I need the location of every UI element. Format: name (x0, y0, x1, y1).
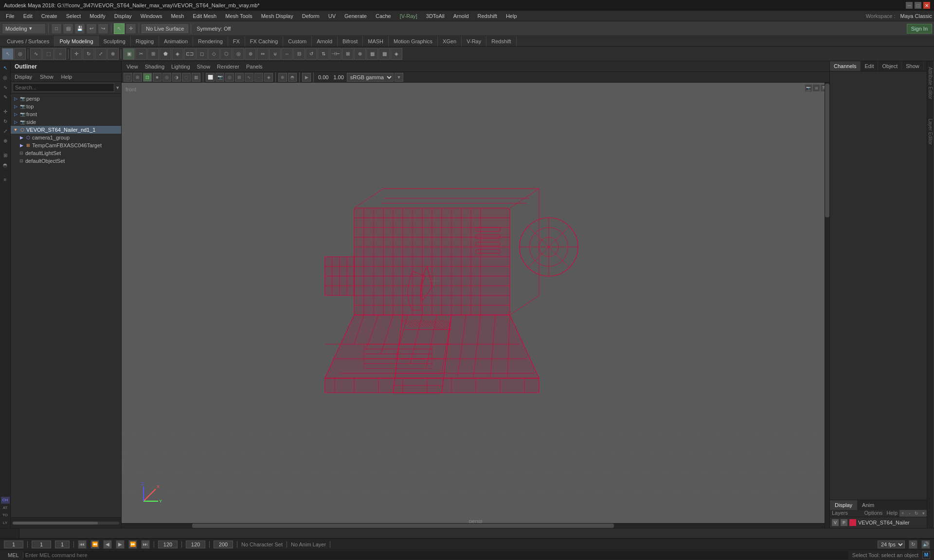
frame-indicator-input[interactable] (55, 541, 70, 548)
mirror-icon[interactable]: ⊣⊢ (330, 48, 341, 60)
select-icon[interactable]: ↖ (2, 48, 14, 60)
tree-item-tempcam[interactable]: ▶ ⊞ TempCamFBXASC046Target (11, 141, 121, 149)
attribute-editor-tab[interactable]: Attribute Editor Layer Editor (927, 61, 934, 528)
current-frame-input[interactable] (32, 541, 51, 548)
vp-texture-btn[interactable]: ▦ (192, 73, 200, 82)
relax-icon[interactable]: ⊛ (245, 48, 256, 60)
connect-icon[interactable]: ⊞ (147, 48, 159, 60)
refresh-icon[interactable]: ↻ (913, 510, 920, 517)
vp-camera-btn[interactable]: 📷 (216, 73, 224, 82)
open-btn[interactable]: ▤ (63, 23, 73, 34)
undo-btn[interactable]: ↩ (86, 23, 97, 34)
symmetrize-icon[interactable]: ⇔ (257, 48, 269, 60)
tab-rigging[interactable]: Rigging (131, 36, 159, 46)
vp-menu-renderer[interactable]: Renderer (214, 63, 242, 70)
tab-rendering[interactable]: Rendering (193, 36, 228, 46)
wedge-icon[interactable]: ⬡ (220, 48, 232, 60)
mesh-icon2[interactable]: ▩ (378, 48, 390, 60)
vp-snap-point-btn[interactable]: · (254, 73, 263, 82)
viewport-hscrollbar[interactable] (122, 523, 825, 528)
vp-xray-btn[interactable]: ◌ (182, 73, 191, 82)
vp-shade-btn[interactable]: ■ (153, 73, 162, 82)
search-input[interactable] (13, 83, 114, 92)
color-space-select[interactable]: sRGB gamma Linear (347, 73, 394, 82)
mesh-icon3[interactable]: ◈ (391, 48, 402, 60)
vp-shadow-btn[interactable]: ◑ (172, 73, 181, 82)
minimize-button[interactable]: ─ (906, 2, 913, 9)
circle-select-icon[interactable]: ○ (54, 48, 66, 60)
next-frame-btn[interactable]: ⏩ (128, 540, 137, 549)
menu-select[interactable]: Select (62, 12, 85, 20)
go-start-btn[interactable]: ⏮ (78, 540, 87, 549)
tab-arnold[interactable]: Arnold (312, 36, 338, 46)
universal-icon[interactable]: ⊕ (107, 48, 119, 60)
menu-mesh-display[interactable]: Mesh Display (257, 12, 297, 20)
move-tool-btn[interactable]: ✛ (126, 23, 136, 34)
timeline-area[interactable]: 1 5 10 20 30 40 50 60 70 80 90 100 110 1… (0, 528, 934, 539)
down-icon[interactable]: ▾ (920, 510, 927, 517)
vp-menu-panels[interactable]: Panels (243, 63, 266, 70)
rect-select-icon[interactable]: ⬚ (42, 48, 54, 60)
mesh-icon1[interactable]: ▦ (366, 48, 378, 60)
maximize-button[interactable]: □ (915, 2, 921, 9)
layer-render-toggle[interactable]: P (841, 519, 847, 526)
menu-mesh[interactable]: Mesh (167, 12, 188, 20)
tool-v-icon[interactable]: TO (1, 512, 10, 519)
poke-icon[interactable]: ◇ (208, 48, 220, 60)
timeline-track[interactable]: 1 5 10 20 30 40 50 60 70 80 90 100 110 1… (0, 538, 934, 539)
tree-item-persp[interactable]: ▷ 📷 persp (11, 95, 121, 103)
collapse-icon[interactable]: ⊠ (342, 48, 354, 60)
vp-menu-lighting[interactable]: Lighting (168, 63, 193, 70)
soft-v-icon[interactable]: ◓ (1, 160, 10, 169)
tab-xgen[interactable]: XGen (438, 36, 462, 46)
layer-color-swatch[interactable] (849, 519, 856, 526)
menu-windows[interactable]: Windows (137, 12, 166, 20)
extrude-icon[interactable]: ▣ (123, 48, 135, 60)
smooth-icon[interactable]: ⬟ (160, 48, 171, 60)
play-fwd-btn[interactable]: ▶ (116, 540, 125, 549)
paint-sel-v-icon[interactable]: ✎ (1, 92, 10, 101)
multi-cut-icon[interactable]: ✂ (135, 48, 147, 60)
tab-bifrost[interactable]: Bifrost (338, 36, 363, 46)
new-scene-btn[interactable]: □ (51, 23, 62, 34)
menu-cache[interactable]: Cache (372, 12, 395, 20)
move-v-icon[interactable]: ✛ (1, 107, 10, 116)
bevel-icon[interactable]: ◈ (172, 48, 183, 60)
vp-play-blast-btn[interactable]: ▶ (302, 73, 311, 82)
tree-item-top[interactable]: ▷ 📷 top (11, 103, 121, 110)
menu-redshift[interactable]: Redshift (474, 12, 501, 20)
loop-btn[interactable]: ↻ (909, 540, 917, 549)
menu-mesh-tools[interactable]: Mesh Tools (221, 12, 256, 20)
fps-select[interactable]: 24 fps 30 fps 60 fps (878, 541, 905, 548)
lasso-icon[interactable]: ∿ (30, 48, 42, 60)
vp-isolate-btn[interactable]: ◎ (225, 73, 234, 82)
bridge-icon[interactable]: ⊏⊐ (184, 48, 196, 60)
tree-item-camera-group[interactable]: ▶ ⬡ camera1_group (11, 134, 121, 141)
tab-fx[interactable]: FX (228, 36, 245, 46)
no-live-surface-dropdown[interactable]: No Live Surface (142, 24, 188, 33)
menu-file[interactable]: File (2, 12, 18, 20)
outliner-display-menu[interactable]: Display (11, 72, 36, 81)
slide-edge-icon[interactable]: ↔ (281, 48, 293, 60)
tab-custom[interactable]: Custom (283, 36, 312, 46)
viewport-vscrollbar[interactable] (825, 83, 829, 528)
outliner-scrollbar[interactable] (13, 522, 119, 525)
vp-wire-btn[interactable]: ⊡ (143, 73, 152, 82)
flip-icon[interactable]: ⇅ (318, 48, 329, 60)
menu-vray[interactable]: [V-Ray] (396, 12, 421, 20)
menu-generate[interactable]: Generate (341, 12, 371, 20)
tree-item-defaultlightset[interactable]: ⊟ defaultLightSet (11, 149, 121, 157)
sign-in-button[interactable]: Sign In (907, 24, 932, 34)
tab-fx-caching[interactable]: FX Caching (245, 36, 283, 46)
range-end-input[interactable] (158, 541, 178, 548)
menu-create[interactable]: Create (37, 12, 61, 20)
modeling-dropdown[interactable]: Modeling ▾ (2, 23, 46, 34)
vp-snap-grid-btn[interactable]: ⊞ (235, 73, 244, 82)
timeline-playhead[interactable] (0, 538, 1, 539)
scale-icon[interactable]: ⤢ (95, 48, 107, 60)
vp-menu-shading[interactable]: Shading (142, 63, 167, 70)
vp-grid-btn[interactable]: ⊞ (133, 73, 142, 82)
lasso-v-icon[interactable]: ∿ (1, 83, 10, 91)
tab-channels[interactable]: Channels (830, 61, 861, 71)
menu-uv[interactable]: UV (324, 12, 340, 20)
